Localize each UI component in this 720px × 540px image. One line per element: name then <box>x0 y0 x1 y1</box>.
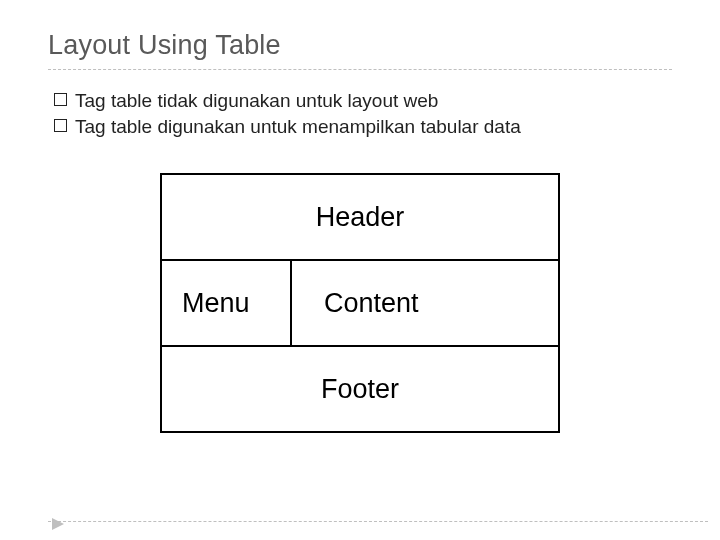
play-icon <box>52 518 66 532</box>
square-bullet-icon <box>54 93 67 106</box>
layout-footer-cell: Footer <box>161 346 559 432</box>
list-item: Tag table digunakan untuk menampilkan ta… <box>54 114 672 140</box>
bullet-text: Tag table digunakan untuk menampilkan ta… <box>75 114 521 140</box>
bullet-text: Tag table tidak digunakan untuk layout w… <box>75 88 438 114</box>
list-item: Tag table tidak digunakan untuk layout w… <box>54 88 672 114</box>
title-divider <box>48 69 672 70</box>
svg-marker-0 <box>52 518 64 530</box>
square-bullet-icon <box>54 119 67 132</box>
layout-content-cell: Content <box>291 260 559 346</box>
layout-menu-cell: Menu <box>161 260 291 346</box>
footer-divider <box>48 521 708 522</box>
layout-example-table: Header Menu Content Footer <box>160 173 560 433</box>
layout-header-cell: Header <box>161 174 559 260</box>
bullet-list: Tag table tidak digunakan untuk layout w… <box>48 88 672 139</box>
slide-title: Layout Using Table <box>48 30 672 67</box>
